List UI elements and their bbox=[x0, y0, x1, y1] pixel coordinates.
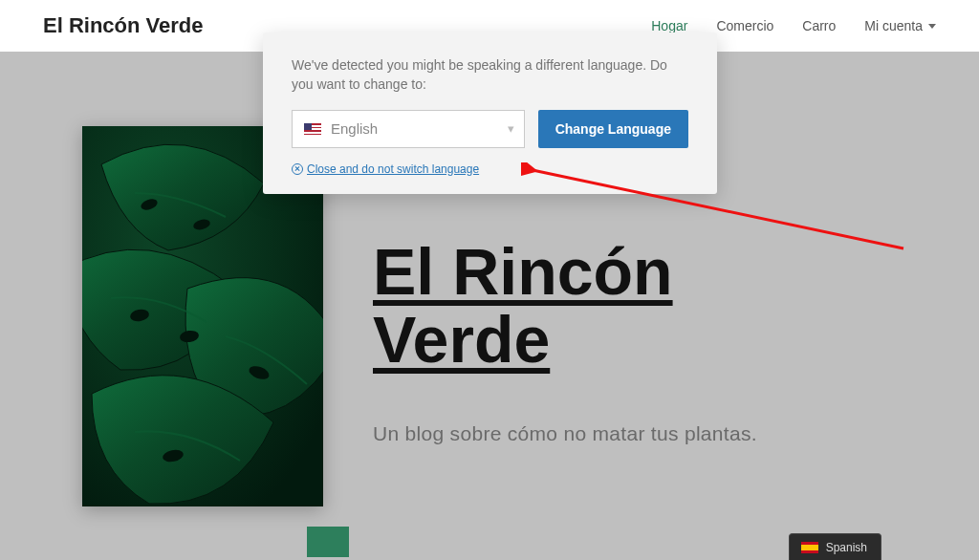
us-flag-icon bbox=[304, 123, 321, 135]
primary-nav: Hogar Comercio Carro Mi cuenta bbox=[651, 18, 936, 33]
change-language-button[interactable]: Change Language bbox=[538, 110, 688, 148]
hero-title-line2: Verde bbox=[373, 303, 550, 376]
nav-item-hogar[interactable]: Hogar bbox=[651, 18, 687, 33]
language-switcher-tab[interactable]: Spanish bbox=[789, 533, 881, 560]
close-link-text: Close and do not switch language bbox=[307, 162, 479, 176]
hero-title: El Rincón Verde bbox=[373, 238, 673, 375]
hero-title-line1: El Rincón bbox=[373, 235, 673, 308]
spain-flag-icon bbox=[801, 542, 818, 553]
close-icon bbox=[292, 163, 303, 175]
language-select-value: English bbox=[331, 120, 378, 137]
language-detect-popup: We've detected you might be speaking a d… bbox=[263, 32, 717, 194]
nav-item-comercio[interactable]: Comercio bbox=[716, 18, 773, 33]
nav-item-label: Mi cuenta bbox=[864, 18, 923, 33]
popup-message: We've detected you might be speaking a d… bbox=[292, 55, 688, 95]
nav-item-carro[interactable]: Carro bbox=[802, 18, 836, 33]
site-title: El Rincón Verde bbox=[43, 13, 204, 38]
hero-subtitle: Un blog sobre cómo no matar tus plantas. bbox=[373, 422, 757, 445]
language-select[interactable]: English ▾ bbox=[292, 110, 525, 148]
close-popup-link[interactable]: Close and do not switch language bbox=[292, 162, 479, 176]
accent-block bbox=[307, 527, 349, 557]
caret-down-icon: ▾ bbox=[508, 121, 514, 136]
chevron-down-icon bbox=[928, 24, 936, 29]
nav-item-mi-cuenta[interactable]: Mi cuenta bbox=[864, 18, 936, 33]
language-tab-label: Spanish bbox=[826, 541, 867, 554]
